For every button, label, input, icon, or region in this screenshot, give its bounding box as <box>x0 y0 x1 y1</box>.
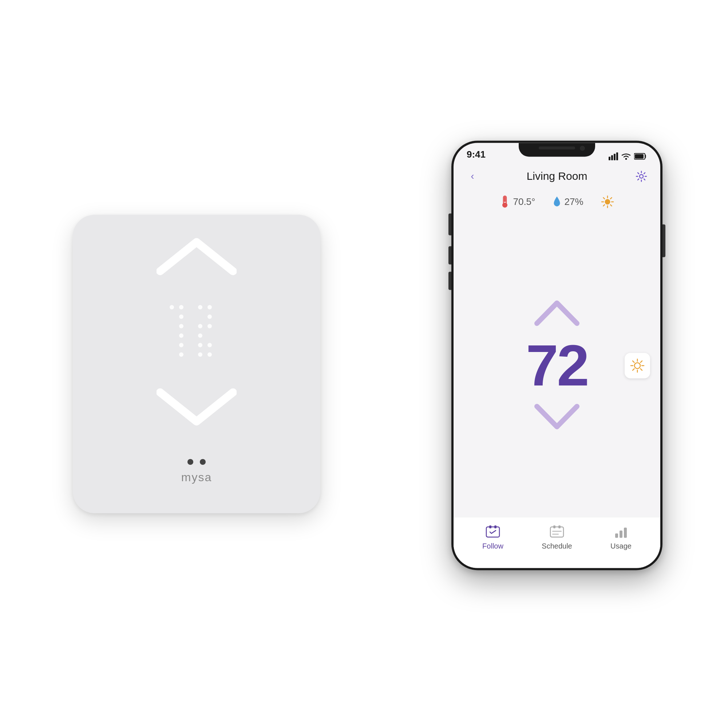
dot <box>208 324 212 328</box>
svg-rect-33 <box>553 525 555 528</box>
dot <box>170 324 174 328</box>
dot <box>198 352 202 357</box>
dot <box>217 352 221 357</box>
svg-point-7 <box>639 174 643 178</box>
phone-notch <box>519 143 595 156</box>
dot <box>188 315 193 319</box>
dot <box>217 333 221 338</box>
svg-line-17 <box>610 205 612 206</box>
svg-point-4 <box>626 158 627 160</box>
dot <box>198 343 202 347</box>
dot <box>198 305 202 309</box>
device-display <box>170 305 223 359</box>
svg-line-16 <box>603 198 605 199</box>
nav-schedule[interactable]: Schedule <box>537 524 577 551</box>
vol-down-button[interactable] <box>448 272 451 290</box>
svg-rect-37 <box>615 533 618 538</box>
dot <box>179 315 184 319</box>
dot <box>198 333 202 338</box>
dot <box>188 333 193 338</box>
settings-button[interactable] <box>634 169 648 184</box>
temperature-value: 70.5° <box>513 196 535 208</box>
svg-rect-0 <box>609 156 610 160</box>
back-chevron-icon: ‹ <box>471 170 474 182</box>
temp-up-button[interactable] <box>533 298 581 329</box>
dot <box>208 315 212 319</box>
dot <box>188 324 193 328</box>
temperature-sensor: 70.5° <box>500 195 535 208</box>
dot <box>217 315 221 319</box>
room-title: Living Room <box>527 170 587 182</box>
control-area: 72 <box>454 214 660 517</box>
vol-up-button[interactable] <box>448 246 451 264</box>
svg-line-25 <box>633 361 635 362</box>
svg-line-18 <box>610 198 612 199</box>
usage-label: Usage <box>610 542 632 551</box>
svg-line-27 <box>641 361 642 362</box>
phone-wrapper: 9:41 <box>451 141 662 570</box>
dot <box>198 324 202 328</box>
svg-rect-32 <box>551 527 563 537</box>
device-led-left <box>187 459 193 465</box>
dot <box>208 343 212 347</box>
dot <box>170 352 174 357</box>
humidity-icon <box>552 196 561 208</box>
schedule-icon <box>549 524 565 540</box>
dot <box>179 305 184 309</box>
dot <box>208 305 212 309</box>
dot <box>170 315 174 319</box>
status-time: 9:41 <box>466 149 486 160</box>
svg-rect-31 <box>494 525 497 528</box>
bottom-nav: Follow Schedule <box>454 517 660 568</box>
dot <box>179 352 184 357</box>
sensor-row: 70.5° 27% <box>454 189 660 214</box>
temp-down-button[interactable] <box>533 402 581 433</box>
dot-matrix <box>170 305 223 359</box>
dot <box>179 333 184 338</box>
nav-follow[interactable]: Follow <box>473 524 513 551</box>
svg-rect-38 <box>619 530 622 538</box>
wifi-icon <box>621 152 631 160</box>
dot <box>179 343 184 347</box>
device-down-arrow <box>156 387 237 427</box>
dot <box>217 324 221 328</box>
dot <box>170 333 174 338</box>
schedule-label: Schedule <box>541 542 572 551</box>
notch-camera <box>580 145 585 151</box>
svg-rect-2 <box>614 154 616 160</box>
humidity-value: 27% <box>564 196 583 208</box>
battery-icon <box>634 153 647 160</box>
humidity-sensor: 27% <box>552 196 583 208</box>
dot <box>208 352 212 357</box>
follow-icon <box>485 524 501 540</box>
nav-usage[interactable]: Usage <box>601 524 641 551</box>
dot <box>179 324 184 328</box>
dot <box>188 305 193 309</box>
sunlight-sensor <box>601 195 614 208</box>
phone-outer: 9:41 <box>451 141 662 570</box>
dot <box>208 333 212 338</box>
dot <box>188 352 193 357</box>
svg-rect-30 <box>489 525 491 528</box>
dot <box>188 343 193 347</box>
app-header: ‹ Living Room <box>454 163 660 189</box>
svg-point-10 <box>502 202 508 208</box>
phone-screen: 9:41 <box>454 143 660 568</box>
scene: mysa 9:41 <box>37 37 691 691</box>
usage-icon <box>613 524 629 540</box>
back-button[interactable]: ‹ <box>465 169 480 184</box>
thermometer-icon <box>500 195 510 208</box>
thermostat-device: mysa <box>73 215 320 513</box>
svg-rect-39 <box>624 528 627 538</box>
status-icons <box>609 152 647 160</box>
dot <box>198 315 202 319</box>
svg-line-28 <box>633 369 635 370</box>
mode-button[interactable] <box>625 353 650 378</box>
notch-speaker <box>539 146 575 149</box>
svg-rect-1 <box>611 155 613 160</box>
device-up-arrow <box>156 237 237 277</box>
svg-line-26 <box>641 369 642 370</box>
gear-icon <box>636 170 647 182</box>
follow-label: Follow <box>482 542 503 551</box>
svg-rect-34 <box>558 525 561 528</box>
